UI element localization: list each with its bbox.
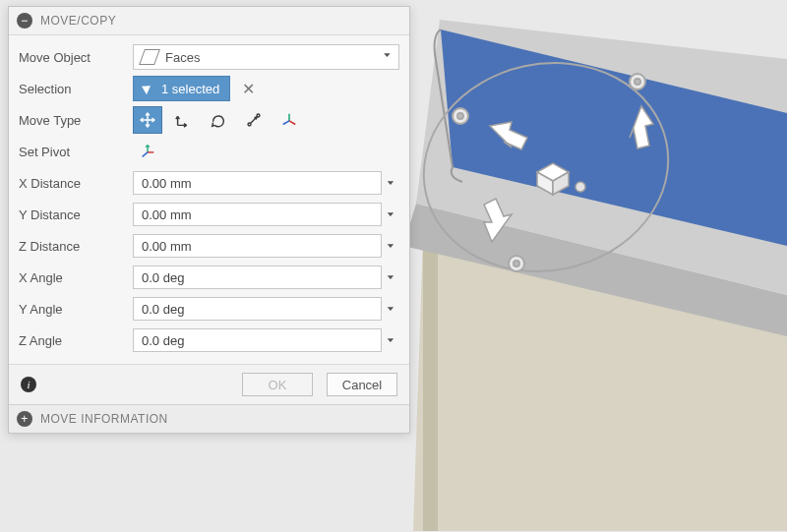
panel-title: MOVE/COPY [40,14,116,28]
move-object-label: Move Object [19,50,125,65]
y-angle-input[interactable] [133,297,382,321]
move-type-toolbar [133,106,304,134]
selection-chip[interactable]: 1 selected [133,76,230,101]
move-type-label: Move Type [19,113,125,128]
svg-point-10 [457,113,463,119]
chevron-down-icon[interactable]: ▼ [382,210,399,217]
move-type-rotate[interactable] [204,106,233,134]
x-distance-label: X Distance [19,176,125,191]
x-distance-input[interactable] [133,171,382,195]
x-angle-input[interactable] [133,266,382,289]
expand-icon[interactable]: + [17,411,32,427]
cancel-button[interactable]: Cancel [327,373,397,396]
move-object-value: Faces [165,50,200,65]
move-object-dropdown[interactable]: Faces ▼ [133,44,399,70]
chevron-down-icon: ▼ [382,51,393,58]
info-icon[interactable]: i [21,377,36,392]
ok-button[interactable]: OK [242,373,313,396]
faces-icon [139,49,160,65]
move-copy-panel: − MOVE/COPY Move Object Faces ▼ Selectio… [8,6,410,434]
x-angle-label: X Angle [19,270,125,285]
move-type-translate[interactable] [168,106,198,134]
chevron-down-icon[interactable]: ▼ [382,305,399,312]
svg-point-15 [257,114,260,117]
collapse-icon[interactable]: − [17,13,32,29]
selection-label: Selection [19,82,125,96]
z-distance-input[interactable] [133,234,382,258]
y-distance-label: Y Distance [19,207,125,222]
set-pivot-label: Set Pivot [19,145,125,159]
svg-point-13 [575,182,585,192]
cursor-icon [142,83,153,95]
move-information-header[interactable]: + MOVE INFORMATION [9,404,409,433]
svg-point-14 [248,123,251,126]
move-type-point-to-point[interactable] [239,106,269,134]
svg-point-12 [514,261,519,266]
svg-point-8 [635,79,640,85]
clear-selection-button[interactable]: ✕ [238,80,259,98]
chevron-down-icon[interactable]: ▼ [382,242,399,249]
move-information-title: MOVE INFORMATION [40,412,168,426]
set-pivot-button[interactable] [133,138,162,165]
panel-footer: i OK Cancel [9,365,409,404]
chevron-down-icon[interactable]: ▼ [382,273,399,280]
z-angle-input[interactable] [133,328,382,352]
y-angle-label: Y Angle [19,302,125,317]
chevron-down-icon[interactable]: ▼ [382,179,399,186]
chevron-down-icon[interactable]: ▼ [382,336,399,343]
z-angle-label: Z Angle [19,333,125,348]
z-distance-label: Z Distance [19,239,125,254]
move-type-axis-align[interactable] [274,106,304,134]
y-distance-input[interactable] [133,203,382,226]
move-type-free[interactable] [133,106,162,134]
svg-marker-2 [423,228,438,531]
panel-header[interactable]: − MOVE/COPY [9,7,409,34]
